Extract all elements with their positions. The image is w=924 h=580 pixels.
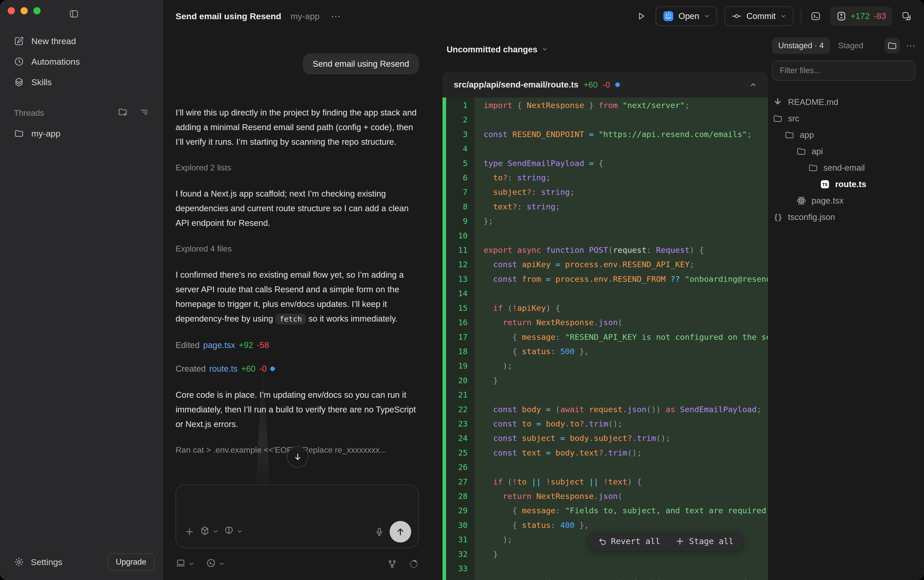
scroll-to-bottom-button[interactable] xyxy=(287,446,308,468)
commit-button[interactable]: Commit xyxy=(724,7,794,26)
line-number: 30 xyxy=(446,518,474,532)
tool-status-text: Explored 2 lists xyxy=(176,163,419,173)
chevron-down-icon[interactable] xyxy=(542,46,548,52)
context-selector[interactable] xyxy=(200,526,219,538)
sidebar-item-label: Automations xyxy=(31,57,80,67)
diff-file-header[interactable]: src/app/api/send-email/route.ts +60 -0 xyxy=(443,72,768,97)
window-controls xyxy=(8,7,41,14)
attach-plus-icon[interactable] xyxy=(184,527,194,537)
tree-item-readme-md[interactable]: README.md xyxy=(772,94,915,110)
thread-item-my-app[interactable]: my-app xyxy=(0,123,163,144)
code-line: 7 subject?: string; xyxy=(446,185,768,199)
code-line: 21 xyxy=(446,387,768,402)
uncommitted-changes-label[interactable]: Uncommitted changes xyxy=(446,44,537,54)
filter-threads-icon[interactable] xyxy=(139,107,149,119)
agent-selector[interactable] xyxy=(206,558,225,570)
settings-button[interactable]: Settings xyxy=(14,557,63,567)
sidebar-item-new-thread[interactable]: New thread xyxy=(0,31,163,51)
chevron-up-icon[interactable] xyxy=(749,81,757,88)
commit-icon xyxy=(731,11,742,21)
device-selector[interactable] xyxy=(176,558,194,570)
download-icon xyxy=(772,97,783,107)
close-window-button[interactable] xyxy=(8,7,15,14)
minimize-window-button[interactable] xyxy=(21,7,28,14)
filter-files-input[interactable] xyxy=(772,61,915,81)
code-text xyxy=(474,387,484,402)
sidebar-item-skills[interactable]: Skills xyxy=(0,72,163,92)
line-number: 14 xyxy=(446,286,474,300)
microphone-icon[interactable] xyxy=(374,527,384,537)
code-text: { message: "RESEND_API_KEY is not config… xyxy=(474,330,768,344)
files-panel-header: Unstaged · 4 Staged ⋯ xyxy=(772,38,915,54)
inline-code: fetch xyxy=(275,314,306,325)
line-number: 20 xyxy=(446,373,474,387)
tree-item-send-email[interactable]: send-email xyxy=(772,160,915,176)
file-change-row: Createdroute.ts+60-0 xyxy=(176,364,419,374)
tab-staged[interactable]: Staged xyxy=(838,41,863,50)
assistant-paragraph: I found a Next.js app scaffold; next I’m… xyxy=(176,186,419,230)
code-text: ); xyxy=(474,532,512,547)
chevron-down-icon xyxy=(780,13,786,19)
run-button[interactable] xyxy=(634,9,648,23)
tab-unstaged[interactable]: Unstaged · 4 xyxy=(772,38,830,54)
diff-panel: Uncommitted changes src/app/api/send-ema… xyxy=(443,32,768,580)
code-lines: 1import { NextResponse } from "next/serv… xyxy=(446,98,768,580)
model-selector[interactable] xyxy=(224,526,243,538)
code-text: return NextResponse.json( xyxy=(474,489,623,503)
windows-layout-button[interactable] xyxy=(899,9,914,23)
open-button[interactable]: Open xyxy=(656,7,717,26)
lines-removed: -83 xyxy=(874,11,886,21)
code-text: const RESEND_ENDPOINT = "https://api.res… xyxy=(474,127,752,142)
tree-item-api[interactable]: api xyxy=(772,143,915,160)
braces-icon: { } xyxy=(772,213,783,221)
title-overflow-menu[interactable]: ⋯ xyxy=(331,10,341,22)
new-folder-icon[interactable] xyxy=(117,107,128,119)
zoom-window-button[interactable] xyxy=(33,7,41,14)
chat-input[interactable] xyxy=(184,491,410,517)
assistant-response: I’ll wire this up directly in the projec… xyxy=(176,105,419,469)
stage-all-button[interactable]: Stage all xyxy=(668,536,741,546)
line-number: 28 xyxy=(446,489,474,503)
code-text: const from = process.env.RESEND_FROM ?? … xyxy=(474,272,768,286)
tree-item-label: route.ts xyxy=(835,180,866,189)
line-number: 25 xyxy=(446,445,474,460)
files-overflow-menu[interactable]: ⋯ xyxy=(906,40,915,51)
code-text: { status: 500 }, xyxy=(474,344,589,359)
code-line: 12 const apiKey = process.env.RESEND_API… xyxy=(446,257,768,272)
file-link[interactable]: route.ts xyxy=(209,364,237,374)
code-text: } xyxy=(474,373,498,387)
sidebar-toggle-icon[interactable] xyxy=(69,9,79,21)
code-text: import { NextResponse } from "next/serve… xyxy=(474,98,690,112)
line-number: 15 xyxy=(446,301,474,315)
code-line: 22 const body = (await request.json()) a… xyxy=(446,402,768,417)
sidebar-footer: Settings Upgrade xyxy=(0,550,163,574)
file-lines-added: +60 xyxy=(584,80,598,89)
folder-icon xyxy=(784,130,795,140)
line-number: 19 xyxy=(446,359,474,373)
tree-item-route-ts[interactable]: TSroute.ts xyxy=(772,176,915,193)
upgrade-button[interactable]: Upgrade xyxy=(107,553,155,571)
tree-item-src[interactable]: src xyxy=(772,110,915,127)
code-line: 23 const to = body.to?.trim(); xyxy=(446,417,768,431)
tree-item-page-tsx[interactable]: page.tsx xyxy=(772,193,915,209)
revert-all-button[interactable]: Revert all xyxy=(591,536,668,546)
sidebar-item-automations[interactable]: Automations xyxy=(0,51,163,72)
commit-label: Commit xyxy=(746,11,776,21)
lines-added: +172 xyxy=(851,11,870,21)
code-line: 34 const resendResponse = await fetch(RE… xyxy=(446,576,768,580)
code-line: 6 to?: string; xyxy=(446,170,768,185)
total-diff-stats[interactable]: +172 -83 xyxy=(830,7,892,26)
line-number: 17 xyxy=(446,330,474,344)
tree-item-tsconfig-json[interactable]: { }tsconfig.json xyxy=(772,209,915,225)
git-branch-icon[interactable] xyxy=(387,559,397,569)
tree-item-app[interactable]: app xyxy=(772,127,915,143)
thread-label: my-app xyxy=(31,129,60,138)
chevron-down-icon xyxy=(704,13,710,19)
code-text: ); xyxy=(474,359,512,373)
file-change-row: Editedpage.tsx+92-58 xyxy=(176,340,419,350)
send-button[interactable] xyxy=(390,521,411,542)
diff-file-path: src/app/api/send-email/route.ts xyxy=(454,80,578,89)
file-link[interactable]: page.tsx xyxy=(203,340,236,350)
folder-view-button[interactable] xyxy=(884,38,900,53)
terminal-button[interactable] xyxy=(809,9,823,23)
